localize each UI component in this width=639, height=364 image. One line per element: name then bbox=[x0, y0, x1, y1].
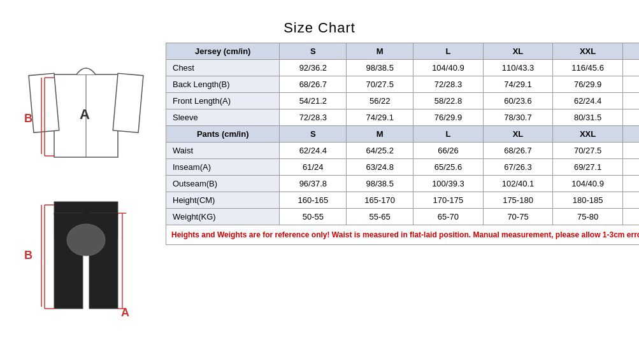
chest-xl: 110/43.3 bbox=[483, 60, 553, 76]
table-row: Outseam(B) 96/37.8 98/38.5 100/39.3 102/… bbox=[166, 176, 640, 192]
table-row: Chest 92/36.2 98/38.5 104/40.9 110/43.3 … bbox=[166, 60, 640, 76]
note-text: Heights and Weights are for reference on… bbox=[166, 225, 640, 245]
page-title: Size Chart bbox=[284, 20, 355, 36]
size-xxl: XXL bbox=[553, 43, 623, 60]
outseam-label: Outseam(B) bbox=[166, 176, 280, 192]
size-xxxl: XXXL bbox=[622, 43, 639, 60]
size-l: L bbox=[413, 43, 484, 60]
pants-b-label: B bbox=[24, 249, 32, 262]
note-row: Heights and Weights are for reference on… bbox=[166, 225, 640, 245]
svg-rect-2 bbox=[113, 73, 143, 132]
svg-point-9 bbox=[67, 224, 105, 256]
table-row: Weight(KG) 50-55 55-65 65-70 70-75 75-80… bbox=[166, 209, 640, 225]
content-area: A B B A bbox=[13, 43, 626, 344]
chest-label: Chest bbox=[166, 60, 280, 76]
chest-xxxl: 122/48 bbox=[622, 60, 639, 76]
jacket-a-label: A bbox=[80, 106, 90, 122]
table-row: Back Length(B) 68/26.7 70/27.5 72/28.3 7… bbox=[166, 76, 640, 93]
height-label: Height(CM) bbox=[166, 192, 280, 209]
diagram-svg: A B B A bbox=[19, 49, 153, 335]
sleeve-label: Sleeve bbox=[166, 109, 280, 126]
size-diagram: A B B A bbox=[13, 43, 166, 344]
jersey-header-row: Jersey (cm/in) S M L XL XXL XXXL bbox=[166, 43, 640, 60]
inseam-label: Inseam(A) bbox=[166, 159, 280, 176]
chest-s: 92/36.2 bbox=[280, 60, 347, 76]
svg-rect-1 bbox=[29, 73, 59, 132]
size-table: Jersey (cm/in) S M L XL XXL XXXL Chest 9… bbox=[166, 43, 639, 245]
weight-label: Weight(KG) bbox=[166, 209, 280, 225]
chest-m: 98/38.5 bbox=[347, 60, 413, 76]
table-row: Inseam(A) 61/24 63/24.8 65/25.6 67/26.3 … bbox=[166, 159, 640, 176]
jersey-label: Jersey (cm/in) bbox=[166, 43, 280, 60]
jacket-b-label: B bbox=[24, 112, 32, 125]
front-length-label: Front Length(A) bbox=[166, 93, 280, 109]
size-s: S bbox=[280, 43, 347, 60]
size-xl: XL bbox=[483, 43, 553, 60]
waist-label: Waist bbox=[166, 143, 280, 159]
pants-label: Pants (cm/in) bbox=[166, 126, 280, 143]
table-row: Waist 62/24.4 64/25.2 66/26 68/26.7 70/2… bbox=[166, 143, 640, 159]
table-row: Height(CM) 160-165 165-170 170-175 175-1… bbox=[166, 192, 640, 209]
chest-xxl: 116/45.6 bbox=[553, 60, 623, 76]
chest-l: 104/40.9 bbox=[413, 60, 484, 76]
pants-header-row: Pants (cm/in) S M L XL XXL XXXL bbox=[166, 126, 640, 143]
svg-rect-5 bbox=[54, 202, 118, 214]
main-container: Size Chart A B bbox=[0, 13, 639, 351]
back-length-label: Back Length(B) bbox=[166, 76, 280, 93]
table-row: Sleeve 72/28.3 74/29.1 76/29.9 78/30.7 8… bbox=[166, 109, 640, 126]
size-table-wrapper: Jersey (cm/in) S M L XL XXL XXXL Chest 9… bbox=[166, 43, 639, 245]
size-m: M bbox=[347, 43, 413, 60]
table-row: Front Length(A) 54/21.2 56/22 58/22.8 60… bbox=[166, 93, 640, 109]
